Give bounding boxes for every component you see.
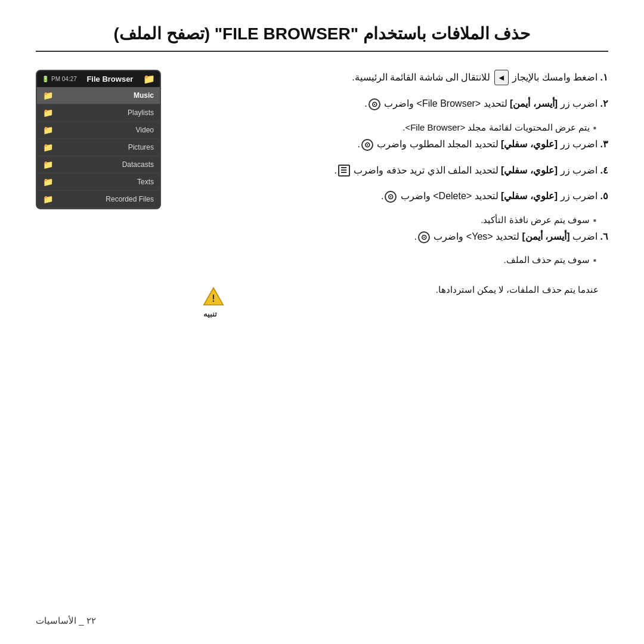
step-3: ٣. اضرب زر [علوي، سفلي] لتحديد المجلد ال… <box>179 137 608 152</box>
footer-text: ٢٢ _ الأساسيات <box>36 615 96 626</box>
step-2-circle-icon: ⊙ <box>369 98 380 110</box>
menu-item-playlists-label: Playlists <box>128 109 154 117</box>
device-screenshot: 📁 File Browser 04:27 PM 🔋 Music 📁 Playli… <box>36 70 161 209</box>
menu-item-music-label: Music <box>134 91 154 100</box>
device-header: 📁 File Browser 04:27 PM 🔋 <box>37 71 160 87</box>
content-area: ١. اضغط وامسك بالإيجاز ◄ للانتقال الى شا… <box>36 70 608 326</box>
step-6-circle-icon: ⊙ <box>418 231 430 243</box>
step-2-number: ٢. <box>600 98 608 109</box>
menu-item-pictures: Pictures 📁 <box>37 139 160 156</box>
warning-triangle-icon: ! <box>203 286 224 307</box>
step-5-number: ٥. <box>600 191 608 201</box>
step-2-bullet-text: يتم عرض المحتويات لقائمة مجلد <File Brow… <box>402 122 590 133</box>
warning-content: عندما يتم حذف الملفات، لا يمكن استردادها… <box>224 284 599 295</box>
step-5-bullet-text: سوف يتم عرض نافذة التأكيد. <box>481 215 590 225</box>
menu-video-folder-icon: 📁 <box>43 125 53 135</box>
menu-item-pictures-label: Pictures <box>128 143 154 151</box>
step-2-bullet: يتم عرض المحتويات لقائمة مجلد <File Brow… <box>179 122 596 133</box>
device-folder-icon: 📁 <box>143 73 155 85</box>
step-1-number: ١. <box>600 72 608 82</box>
device-status-bar: 04:27 PM 🔋 <box>42 76 77 82</box>
device-time: 04:27 PM <box>51 76 77 82</box>
step-2: ٢. اضرب زر [أيسر، أيمن] لتحديد <File Bro… <box>179 96 608 112</box>
step-5: ٥. اضرب زر [علوي، سفلي] لتحديد <Delete> … <box>179 188 608 204</box>
menu-texts-folder-icon: 📁 <box>43 177 53 187</box>
warning-text: عندما يتم حذف الملفات، لا يمكن استردادها… <box>436 284 599 295</box>
menu-item-datacasts: Datacasts 📁 <box>37 156 160 174</box>
menu-item-recorded-files-label: Recorded Files <box>106 195 154 203</box>
step-5-key: [علوي، سفلي] <box>501 191 558 201</box>
step-1: ١. اضغط وامسك بالإيجاز ◄ للانتقال الى شا… <box>179 70 608 85</box>
step-6-bullet: سوف يتم حذف الملف. <box>179 255 596 265</box>
back-key-icon: ◄ <box>494 70 509 85</box>
menu-playlists-folder-icon: 📁 <box>43 108 53 117</box>
step-5-bullet: سوف يتم عرض نافذة التأكيد. <box>179 215 596 225</box>
menu-recorded-folder-icon: 📁 <box>43 194 53 204</box>
step-3-number: ٣. <box>600 139 608 149</box>
step-4-number: ٤. <box>600 165 608 175</box>
page-footer: ٢٢ _ الأساسيات <box>36 615 96 626</box>
instructions-column: ١. اضغط وامسك بالإيجاز ◄ للانتقال الى شا… <box>179 70 608 326</box>
menu-datacasts-folder-icon: 📁 <box>43 160 53 169</box>
device-menu: Music 📁 Playlists 📁 Video 📁 Pictures 📁 D… <box>37 87 160 208</box>
menu-item-music: Music 📁 <box>37 87 160 104</box>
step-3-key: [علوي، سفلي] <box>501 139 558 149</box>
menu-item-datacasts-label: Datacasts <box>122 160 154 169</box>
menu-pictures-folder-icon: 📁 <box>43 143 53 152</box>
warning-label: تنبيه <box>203 309 217 318</box>
menu-item-recorded-files: Recorded Files 📁 <box>37 191 160 208</box>
menu-item-playlists: Playlists 📁 <box>37 104 160 122</box>
step-2-key: [أيسر، أيمن] <box>510 98 558 109</box>
warning-box: عندما يتم حذف الملفات، لا يمكن استردادها… <box>179 277 608 326</box>
step-6-key: [أيسر، أيمن] <box>522 231 570 242</box>
menu-item-texts: Texts 📁 <box>37 174 160 191</box>
menu-item-video: Video 📁 <box>37 122 160 139</box>
step-5-circle-icon: ⊙ <box>385 191 397 203</box>
page-title: حذف الملافات باستخدام "FILE BROWSER" (تص… <box>36 24 608 52</box>
step-4-key: [علوي، سفلي] <box>501 165 558 175</box>
step-6-number: ٦. <box>600 231 608 242</box>
device-battery-icon: 🔋 <box>42 76 49 82</box>
step-6: ٦. اضرب [أيسر، أيمن] لتحديد <Yes> واضرب … <box>179 229 608 244</box>
device-title-text: File Browser <box>86 75 133 83</box>
warning-icon-container: ! تنبيه <box>196 284 224 318</box>
menu-music-folder-icon: 📁 <box>43 91 53 100</box>
step-4-square-icon: ☰ <box>338 165 350 177</box>
step-6-bullet-text: سوف يتم حذف الملف. <box>503 255 590 265</box>
svg-text:!: ! <box>212 293 215 304</box>
page-container: حذف الملافات باستخدام "FILE BROWSER" (تص… <box>0 0 644 644</box>
menu-item-video-label: Video <box>136 126 154 134</box>
menu-item-texts-label: Texts <box>137 178 154 186</box>
step-3-circle-icon: ⊙ <box>361 139 373 151</box>
step-4: ٤. اضرب زر [علوي، سفلي] لتحديد الملف الذ… <box>179 163 608 178</box>
